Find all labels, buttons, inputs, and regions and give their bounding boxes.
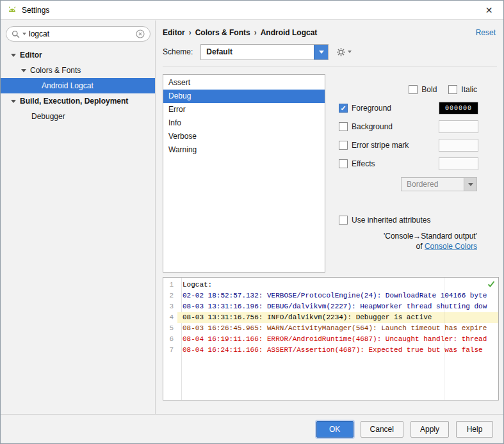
log-line-text: 08-04 16:24:11.166: ASSERT/Assertion(468… <box>177 345 498 356</box>
preview-line[interactable]: 202-02 18:52:57.132: VERBOSE/ProtocolEng… <box>163 290 498 301</box>
cancel-button[interactable]: Cancel <box>361 421 403 438</box>
line-number: 4 <box>163 312 177 323</box>
settings-window: Settings ✕ Editor <box>0 0 504 444</box>
preview-line[interactable]: 408-03 13:31:16.756: INFO/dalvikvm(2234)… <box>163 312 498 323</box>
horizontal-separator <box>163 67 497 67</box>
sidebar-item-colors-fonts[interactable]: Colors & Fonts <box>1 63 155 78</box>
attr-item-error[interactable]: Error <box>163 103 325 116</box>
breadcrumb: Editor › Colors & Fonts › Android Logcat… <box>163 27 496 38</box>
log-line-text: 08-03 16:26:45.965: WARN/ActivityManager… <box>177 323 498 334</box>
inherit-of-text: of <box>416 242 425 251</box>
preview-line[interactable]: 308-03 13:31:16.196: DEBUG/dalvikvm(2227… <box>163 301 498 312</box>
background-color-swatch <box>439 120 478 133</box>
line-number: 1 <box>163 280 177 290</box>
android-icon <box>7 5 17 15</box>
use-inherited-checkbox[interactable] <box>339 216 348 225</box>
sidebar-item-label: Android Logcat <box>42 81 93 90</box>
breadcrumb-editor: Editor <box>163 28 185 37</box>
scheme-label: Scheme: <box>163 47 193 56</box>
error-stripe-row: Error stripe mark <box>339 139 478 152</box>
scheme-row: Scheme: Default <box>163 44 352 60</box>
ok-button[interactable]: OK <box>316 421 354 438</box>
breadcrumb-colors-fonts: Colors & Fonts <box>195 28 250 37</box>
search-icon <box>12 30 20 38</box>
foreground-checkbox[interactable]: ✓ <box>339 104 348 113</box>
effects-label: Effects <box>352 159 375 168</box>
effects-type-combobox: Bordered <box>401 177 477 191</box>
breadcrumb-separator: › <box>254 28 257 37</box>
bold-option[interactable]: Bold <box>409 85 437 94</box>
attr-item-assert[interactable]: Assert <box>163 76 325 90</box>
settings-main-panel: Editor › Colors & Fonts › Android Logcat… <box>156 20 503 414</box>
attr-item-warning[interactable]: Warning <box>163 143 325 157</box>
italic-label: Italic <box>461 85 477 94</box>
attr-item-info[interactable]: Info <box>163 116 325 130</box>
bold-checkbox[interactable] <box>409 85 418 94</box>
scheme-combobox[interactable]: Default <box>200 44 329 60</box>
gear-icon <box>336 47 346 57</box>
help-button[interactable]: Help <box>456 421 493 438</box>
sidebar-item-android-logcat[interactable]: Android Logcat <box>1 78 155 93</box>
expand-arrow-icon[interactable] <box>21 69 26 72</box>
foreground-row: ✓ Foreground 000000 <box>339 102 478 115</box>
attr-item-debug[interactable]: Debug <box>163 90 325 103</box>
console-colors-link[interactable]: Console Colors <box>425 242 477 251</box>
sidebar-item-label: Editor <box>20 51 42 59</box>
scheme-selected-value: Default <box>201 45 314 59</box>
error-stripe-checkbox[interactable] <box>339 141 348 150</box>
sidebar-item-label: Colors & Fonts <box>30 66 81 75</box>
check-icon: ✓ <box>340 105 346 112</box>
preview-pane[interactable]: 1Logcat: 202-02 18:52:57.132: VERBOSE/Pr… <box>163 277 499 400</box>
window-title: Settings <box>22 6 49 15</box>
effects-checkbox[interactable] <box>339 159 348 168</box>
line-number: 7 <box>163 345 177 356</box>
attr-item-verbose[interactable]: Verbose <box>163 130 325 143</box>
effects-color-swatch <box>439 157 478 170</box>
preview-line[interactable]: 608-04 16:19:11.166: ERROR/AndroidRuntim… <box>163 334 498 345</box>
sidebar-item-build-execution-deployment[interactable]: Build, Execution, Deployment <box>1 93 155 109</box>
error-stripe-label: Error stripe mark <box>352 141 409 150</box>
inspection-ok-icon <box>487 280 495 290</box>
expand-arrow-icon[interactable] <box>11 54 16 57</box>
line-number: 3 <box>163 301 177 312</box>
sidebar-item-editor[interactable]: Editor <box>1 47 155 63</box>
log-line-text: Logcat: <box>177 280 498 290</box>
effects-type-dropdown-button <box>464 178 476 191</box>
expand-arrow-icon[interactable] <box>11 100 16 103</box>
preview-line[interactable]: 508-03 16:26:45.965: WARN/ActivityManage… <box>163 323 498 334</box>
log-line-text: 02-02 18:52:57.132: VERBOSE/ProtocolEngi… <box>177 290 498 301</box>
foreground-label: Foreground <box>352 104 391 113</box>
sidebar-item-label: Build, Execution, Deployment <box>20 97 128 106</box>
search-input[interactable] <box>29 29 133 38</box>
preview-line[interactable]: 708-04 16:24:11.166: ASSERT/Assertion(46… <box>163 345 498 356</box>
sidebar-item-debugger[interactable]: Debugger <box>1 109 155 124</box>
settings-search[interactable] <box>6 26 150 42</box>
reset-link[interactable]: Reset <box>476 28 496 37</box>
italic-checkbox[interactable] <box>448 85 457 94</box>
scheme-actions-button[interactable] <box>336 47 352 57</box>
log-line-text: 08-03 13:31:16.756: INFO/dalvikvm(2234):… <box>177 312 498 323</box>
background-checkbox[interactable] <box>339 122 348 131</box>
close-icon[interactable]: ✕ <box>475 1 503 20</box>
scheme-dropdown-button[interactable] <box>314 45 328 59</box>
line-number: 5 <box>163 323 177 334</box>
chevron-down-icon <box>319 51 324 54</box>
line-number: 2 <box>163 290 177 301</box>
use-inherited-label: Use inherited attributes <box>352 216 430 225</box>
breadcrumb-separator: › <box>189 28 191 37</box>
search-options-arrow-icon[interactable] <box>22 33 26 35</box>
foreground-color-value: 000000 <box>445 105 472 112</box>
line-number: 6 <box>163 334 177 345</box>
clear-search-icon[interactable] <box>136 29 145 38</box>
background-label: Background <box>352 122 393 131</box>
background-row: Background <box>339 120 478 133</box>
chevron-down-icon <box>468 183 473 186</box>
foreground-color-swatch[interactable]: 000000 <box>439 102 478 115</box>
inherit-source-text: 'Console→Standard output' <box>384 232 477 241</box>
titlebar[interactable]: Settings ✕ <box>1 1 503 20</box>
error-stripe-color-swatch <box>439 139 478 152</box>
italic-option[interactable]: Italic <box>448 85 477 94</box>
attribute-list[interactable]: Assert Debug Error Info Verbose Warning <box>163 74 325 273</box>
preview-line[interactable]: 1Logcat: <box>163 280 498 290</box>
apply-button[interactable]: Apply <box>411 421 449 438</box>
